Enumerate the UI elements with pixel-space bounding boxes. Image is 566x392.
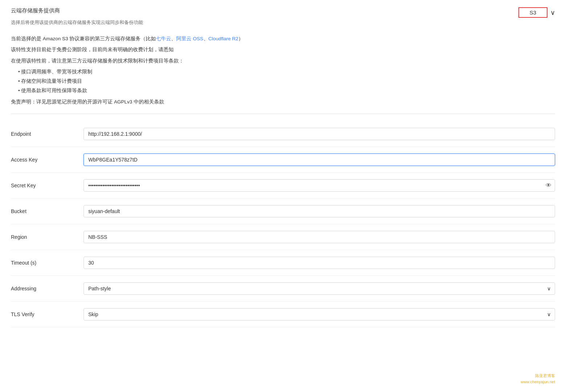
- watermark-line2: www.chenyajun.net: [521, 379, 555, 385]
- form-row-timeout: Timeout (s): [11, 250, 555, 276]
- access-key-input[interactable]: [84, 154, 555, 166]
- tls-verify-select[interactable]: Skip Verify: [84, 308, 555, 320]
- timeout-input[interactable]: [84, 257, 555, 269]
- form-row-tls-verify: TLS Verify Skip Verify ∨: [11, 302, 555, 327]
- provider-title: 云端存储服务提供商: [11, 7, 60, 14]
- form-row-endpoint: Endpoint: [11, 121, 555, 147]
- endpoint-input-wrapper: [84, 128, 555, 140]
- endpoint-label: Endpoint: [11, 131, 84, 137]
- link-cloudflare[interactable]: Cloudflare R2: [209, 36, 239, 41]
- info-line1: 当前选择的是 Amazon S3 协议兼容的第三方云端存储服务（比如七牛云、阿里…: [11, 34, 555, 43]
- header-section: 云端存储服务提供商 S3 ∨ 选择后将使用该提供商的云端存储服务实现云端同步和备…: [11, 7, 555, 26]
- provider-subtitle: 选择后将使用该提供商的云端存储服务实现云端同步和备份功能: [11, 19, 555, 26]
- link-aliyun[interactable]: 阿里云 OSS: [176, 36, 203, 41]
- info-line3: 在使用该特性前，请注意第三方云端存储服务的技术限制和计费项目等条款：: [11, 57, 555, 65]
- main-container: 云端存储服务提供商 S3 ∨ 选择后将使用该提供商的云端存储服务实现云端同步和备…: [0, 0, 566, 335]
- bullet-item-2: 存储空间和流量等计费项目: [18, 77, 555, 86]
- tls-verify-select-wrapper: Skip Verify ∨: [84, 308, 555, 320]
- bucket-input-wrapper: [84, 205, 555, 217]
- bullet-item-3: 使用条款和可用性保障等条款: [18, 86, 555, 95]
- tls-verify-label: TLS Verify: [11, 311, 84, 317]
- bullet-list: 接口调用频率、带宽等技术限制 存储空间和流量等计费项目 使用条款和可用性保障等条…: [11, 68, 555, 95]
- eye-icon[interactable]: 👁: [546, 182, 551, 189]
- bucket-label: Bucket: [11, 208, 84, 214]
- secret-key-input[interactable]: [84, 179, 555, 192]
- bullet-item-1: 接口调用频率、带宽等技术限制: [18, 68, 555, 76]
- watermark: 陈亚君博客 www.chenyajun.net: [521, 373, 555, 385]
- addressing-select-wrapper: Path-style Virtual-hosted-style ∨: [84, 282, 555, 295]
- form-row-region: Region: [11, 224, 555, 250]
- region-input-wrapper: [84, 231, 555, 243]
- timeout-label: Timeout (s): [11, 260, 84, 266]
- secret-key-label: Secret Key: [11, 183, 84, 188]
- access-key-input-wrapper: [84, 154, 555, 166]
- form-row-addressing: Addressing Path-style Virtual-hosted-sty…: [11, 276, 555, 302]
- addressing-select[interactable]: Path-style Virtual-hosted-style: [84, 282, 555, 295]
- timeout-input-wrapper: [84, 257, 555, 269]
- provider-chevron-down-icon[interactable]: ∨: [550, 9, 555, 17]
- link-qiniu[interactable]: 七牛云: [156, 36, 171, 41]
- region-label: Region: [11, 234, 84, 240]
- divider: [11, 114, 555, 114]
- access-key-label: Access Key: [11, 157, 84, 163]
- addressing-label: Addressing: [11, 286, 84, 291]
- info-line2: 该特性支持目前处于免费公测阶段，目前尚未有明确的收费计划，请悉知: [11, 45, 555, 54]
- provider-row: 云端存储服务提供商 S3 ∨: [11, 7, 555, 18]
- form-row-access-key: Access Key: [11, 147, 555, 173]
- form-row-secret-key: Secret Key 👁: [11, 173, 555, 199]
- endpoint-input[interactable]: [84, 128, 555, 140]
- form-section: Endpoint Access Key Secret Key 👁 Bucket: [11, 121, 555, 327]
- secret-key-input-wrapper: 👁: [84, 179, 555, 192]
- provider-selector[interactable]: S3 ∨: [518, 7, 555, 18]
- disclaimer: 免责声明：详见思源笔记所使用的开源许可证 AGPLv3 中的相关条款: [11, 98, 555, 106]
- info-section: 当前选择的是 Amazon S3 协议兼容的第三方云端存储服务（比如七牛云、阿里…: [11, 34, 555, 106]
- watermark-line1: 陈亚君博客: [521, 373, 555, 379]
- form-row-bucket: Bucket: [11, 199, 555, 224]
- s3-badge[interactable]: S3: [518, 7, 547, 18]
- bucket-input[interactable]: [84, 205, 555, 217]
- region-input[interactable]: [84, 231, 555, 243]
